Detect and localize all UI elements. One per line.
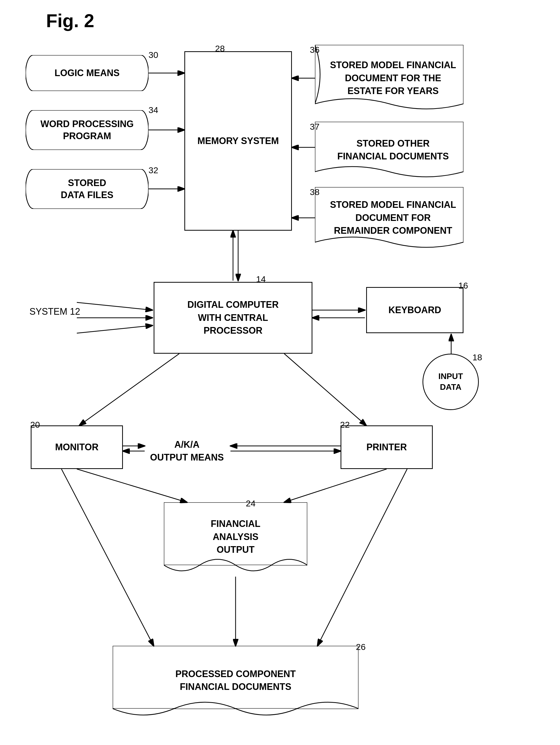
stored-model-estate-label: STORED MODEL FINANCIAL DOCUMENT FOR THE … [325,56,461,105]
keyboard-box: KEYBOARD [366,287,463,333]
logic-means-label: LOGIC MEANS [49,65,125,82]
processed-component-label: PROCESSED COMPONENT FINANCIAL DOCUMENTS [170,665,301,701]
stored-data-label: STORED DATA FILES [56,174,118,204]
svg-line-45 [62,469,154,646]
stored-other-label: STORED OTHER FINANCIAL DOCUMENTS [332,134,454,171]
system-12-label: SYSTEM 12 [29,306,80,317]
monitor-label: MONITOR [55,441,98,454]
stored-model-remainder-doc: STORED MODEL FINANCIAL DOCUMENT FOR REMA… [315,187,463,254]
stored-model-remainder-label: STORED MODEL FINANCIAL DOCUMENT FOR REMA… [325,196,461,245]
printer-box: PRINTER [341,425,433,469]
aka-output-label: A/K/A OUTPUT MEANS [146,438,228,464]
label-36: 36 [310,45,320,55]
figure-title: Fig. 2 [46,10,94,31]
stored-model-estate-doc: STORED MODEL FINANCIAL DOCUMENT FOR THE … [315,45,463,117]
label-18: 18 [473,352,482,362]
label-26: 26 [356,642,366,652]
label-30: 30 [148,50,158,60]
monitor-box: MONITOR [31,425,123,469]
word-processing-label: WORD PROCESSING PROGRAM [35,116,139,145]
label-37: 37 [310,122,320,132]
label-24: 24 [246,498,255,509]
digital-computer-box: DIGITAL COMPUTER WITH CENTRAL PROCESSOR [154,282,312,354]
processed-component-doc: PROCESSED COMPONENT FINANCIAL DOCUMENTS [113,646,358,720]
stored-other-doc: STORED OTHER FINANCIAL DOCUMENTS [315,122,463,183]
label-14: 14 [256,274,266,284]
svg-line-46 [317,469,407,646]
keyboard-label: KEYBOARD [388,304,441,317]
svg-line-37 [79,354,179,425]
label-22: 22 [340,420,350,430]
label-38: 38 [310,187,320,197]
financial-analysis-label: FINANCIAL ANALYSIS OUTPUT [206,515,266,564]
svg-line-31 [77,302,152,310]
input-data-label: INPUT DATA [439,371,463,392]
svg-line-43 [77,469,187,502]
svg-line-38 [284,354,366,425]
printer-label: PRINTER [366,441,407,454]
svg-line-44 [284,469,387,502]
label-20: 20 [30,420,40,430]
financial-analysis-doc: FINANCIAL ANALYSIS OUTPUT [164,502,307,577]
label-16: 16 [458,281,468,291]
memory-system-box: MEMORY SYSTEM [184,51,292,231]
digital-computer-label: DIGITAL COMPUTER WITH CENTRAL PROCESSOR [187,298,279,337]
logic-means-cylinder: LOGIC MEANS [26,55,148,91]
word-processing-cylinder: WORD PROCESSING PROGRAM [26,110,148,150]
input-data-circle: INPUT DATA [422,354,479,410]
svg-line-33 [77,325,152,333]
label-32: 32 [148,165,158,175]
label-34: 34 [148,105,158,115]
stored-data-cylinder: STORED DATA FILES [26,169,148,209]
label-28: 28 [215,43,225,54]
memory-system-label: MEMORY SYSTEM [198,134,279,148]
